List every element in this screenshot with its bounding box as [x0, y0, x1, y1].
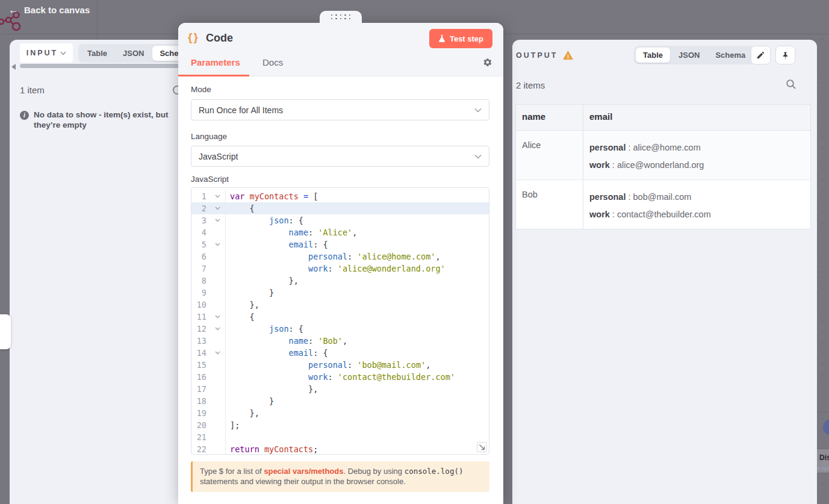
fold-gutter [210, 226, 226, 238]
svg-text:!: ! [567, 53, 569, 60]
code-editor[interactable]: 1var myContacts = [2 {3 json: {4 name: '… [191, 187, 489, 455]
editor-resize-handle[interactable] [477, 442, 487, 452]
warning-icon: ! [562, 50, 574, 60]
code-line: 20]; [191, 419, 489, 431]
code-line: 16 work: 'contact@thebuilder.com' [191, 371, 489, 383]
code-line: 15 personal: 'bob@mail.com', [191, 359, 489, 371]
code-text: email: { [226, 238, 328, 250]
code-line: 17 }, [191, 383, 489, 395]
gear-icon[interactable] [482, 57, 492, 67]
edit-output-button[interactable] [751, 46, 771, 64]
fold-gutter [210, 359, 226, 371]
back-arrow-icon: ← [8, 5, 19, 15]
line-number: 10 [191, 299, 210, 311]
code-text: email: { [226, 347, 328, 359]
empty-notice-line1: No data to show - item(s) exist, but [34, 110, 169, 120]
output-panel-title: OUTPUT [516, 51, 557, 60]
fold-chevron-icon[interactable] [210, 202, 226, 214]
fold-chevron-icon[interactable] [210, 214, 226, 226]
code-text: }, [226, 407, 259, 419]
mode-select[interactable]: Run Once for All Items [191, 99, 489, 120]
line-number: 8 [191, 275, 210, 287]
fold-gutter [210, 443, 226, 455]
mode-value: Run Once for All Items [199, 105, 283, 115]
line-number: 3 [191, 214, 210, 226]
line-number: 11 [191, 311, 210, 323]
code-text: work: 'alice@wonderland.org' [226, 263, 446, 275]
canvas-fragment-subtext: dLega [817, 465, 829, 471]
code-line: 2 { [191, 202, 489, 214]
canvas-backdrop-strip: Dis dLega [817, 34, 829, 504]
code-node-icon: {} [188, 31, 199, 44]
fold-chevron-icon[interactable] [210, 190, 226, 202]
hint-middle: . Debug by using [343, 467, 404, 476]
code-text: return myContacts; [226, 443, 318, 455]
code-node-modal: {} Code Test step Parameters Docs Mode R… [178, 23, 503, 504]
fold-gutter [210, 250, 226, 263]
pin-output-button[interactable] [775, 46, 795, 64]
code-line: 10 }, [191, 299, 489, 311]
language-label: Language [191, 132, 227, 141]
code-text: personal: 'alice@home.com', [226, 250, 441, 263]
tab-table[interactable]: Table [80, 46, 114, 61]
back-to-canvas-label: Back to canvas [24, 5, 90, 15]
output-panel: OUTPUT ! TableJSONSchema 2 items nameema… [512, 40, 817, 504]
back-to-canvas-button[interactable]: ← Back to canvas [8, 5, 90, 15]
line-number: 20 [191, 419, 210, 431]
code-text: } [226, 395, 274, 407]
code-line: 9 } [191, 287, 489, 299]
empty-notice-line2: they’re empty [34, 120, 169, 131]
line-number: 7 [191, 263, 210, 275]
test-step-button[interactable]: Test step [429, 29, 492, 48]
language-select[interactable]: JavaScript [191, 146, 489, 167]
fold-chevron-icon[interactable] [210, 347, 226, 359]
fold-chevron-icon[interactable] [210, 238, 226, 250]
code-line: 22return myContacts; [191, 443, 489, 455]
input-panel-title: INPUT [26, 49, 58, 57]
line-number: 22 [191, 443, 210, 455]
code-line: 8 }, [191, 275, 489, 287]
code-text: }, [226, 383, 318, 395]
hint-suffix: statements and viewing their output in t… [200, 477, 406, 486]
tab-json[interactable]: JSON [116, 46, 151, 61]
line-number: 12 [191, 323, 210, 335]
tab-parameters[interactable]: Parameters [191, 57, 240, 67]
code-text: } [226, 287, 274, 299]
pin-icon [781, 51, 790, 60]
canvas-fragment-divider [817, 412, 829, 412]
scroll-left-icon[interactable] [11, 64, 16, 70]
code-line: 6 personal: 'alice@home.com', [191, 250, 489, 263]
input-source-dropdown[interactable]: INPUT [20, 43, 73, 63]
line-number: 6 [191, 250, 210, 263]
code-text [226, 431, 230, 443]
code-text: personal: 'bob@mail.com', [226, 359, 430, 371]
flask-icon [438, 34, 446, 43]
input-panel-drag-handle[interactable] [0, 314, 11, 349]
fold-chevron-icon[interactable] [210, 311, 226, 323]
modal-header: {} Code Test step Parameters Docs [178, 23, 503, 76]
search-icon[interactable] [786, 79, 796, 90]
line-number: 4 [191, 226, 210, 238]
code-text: name: 'Bob', [226, 335, 347, 347]
tab-table[interactable]: Table [636, 48, 670, 63]
fold-gutter [210, 407, 226, 419]
editor-hint-box: Type $ for a list of special vars/method… [191, 461, 489, 492]
code-line: 21 [191, 431, 489, 443]
line-number: 1 [191, 190, 210, 202]
modal-drag-handle[interactable] [320, 11, 362, 23]
line-number: 16 [191, 371, 210, 383]
tab-schema[interactable]: Schema [708, 48, 753, 63]
special-vars-link[interactable]: special vars/methods [264, 467, 343, 476]
fold-gutter [210, 275, 226, 287]
tab-json[interactable]: JSON [671, 48, 707, 63]
code-line: 5 email: { [191, 238, 489, 250]
language-value: JavaScript [199, 152, 238, 161]
code-line: 13 name: 'Bob', [191, 335, 489, 347]
editor-label: JavaScript [191, 175, 229, 184]
cell-name: Alice [516, 131, 583, 180]
fold-gutter [210, 335, 226, 347]
tab-docs[interactable]: Docs [262, 57, 283, 67]
pencil-icon [756, 51, 765, 60]
fold-chevron-icon[interactable] [210, 323, 226, 335]
fold-gutter [210, 371, 226, 383]
